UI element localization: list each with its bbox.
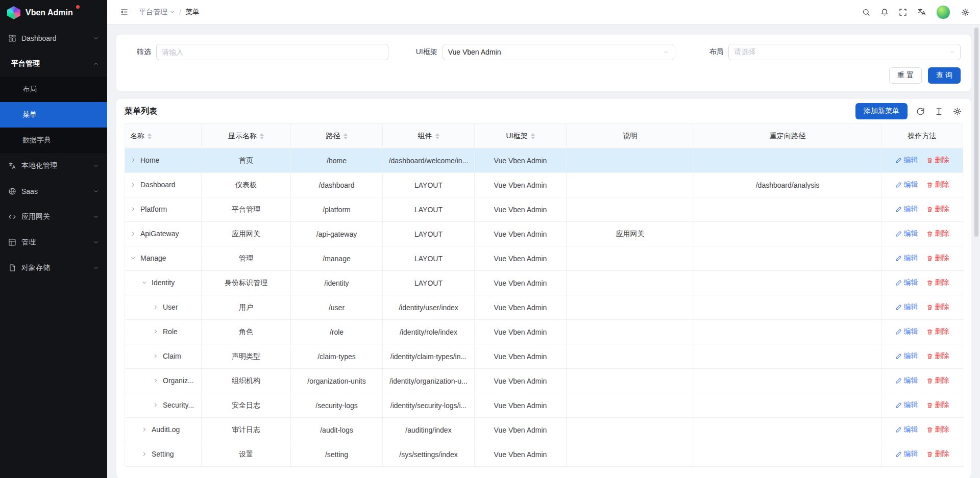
delete-button[interactable]: 删除 xyxy=(926,376,949,385)
expand-right-icon[interactable] xyxy=(153,353,159,359)
sort-icon[interactable] xyxy=(531,133,535,139)
delete-button[interactable]: 删除 xyxy=(926,254,949,263)
expand-down-icon[interactable] xyxy=(141,280,148,286)
row-height-icon[interactable] xyxy=(933,106,944,117)
edit-button[interactable]: 编辑 xyxy=(895,229,918,238)
edit-button[interactable]: 编辑 xyxy=(895,278,918,287)
expand-right-icon[interactable] xyxy=(153,329,159,335)
delete-button[interactable]: 删除 xyxy=(926,327,949,336)
expand-right-icon[interactable] xyxy=(130,231,136,237)
delete-button[interactable]: 删除 xyxy=(926,180,949,189)
edit-button[interactable]: 编辑 xyxy=(895,303,918,312)
sort-icon[interactable] xyxy=(260,133,264,139)
delete-button[interactable]: 删除 xyxy=(926,229,949,238)
sidebar-item-dashboard[interactable]: Dashboard xyxy=(0,26,107,51)
cell-component: LAYOUT xyxy=(383,271,475,295)
column-header[interactable]: 路径 xyxy=(291,124,383,148)
delete-button[interactable]: 删除 xyxy=(926,351,949,361)
sidebar-item-saas[interactable]: Saas xyxy=(0,179,107,204)
app-logo[interactable]: Vben Admin xyxy=(0,0,107,26)
breadcrumb-parent[interactable]: 平台管理 xyxy=(139,8,175,17)
expand-down-icon[interactable] xyxy=(130,255,136,261)
delete-button[interactable]: 删除 xyxy=(926,449,949,459)
add-menu-button[interactable]: 添加新菜单 xyxy=(855,103,908,119)
sidebar-item-storage[interactable]: 对象存储 xyxy=(0,255,107,281)
sidebar-item-manage[interactable]: 管理 xyxy=(0,230,107,255)
edit-button[interactable]: 编辑 xyxy=(895,351,918,361)
edit-button[interactable]: 编辑 xyxy=(895,425,918,434)
cell-redirect-path xyxy=(694,222,881,246)
delete-button[interactable]: 删除 xyxy=(926,205,949,214)
cell-ui-framework: Vue Vben Admin xyxy=(475,344,567,369)
refresh-icon[interactable] xyxy=(915,106,926,117)
sidebar-item-platform[interactable]: 平台管理 xyxy=(0,51,107,77)
expand-right-icon[interactable] xyxy=(153,304,159,310)
expand-right-icon[interactable] xyxy=(130,206,136,212)
delete-button[interactable]: 删除 xyxy=(926,156,949,165)
fullscreen-icon[interactable] xyxy=(895,5,911,20)
sidebar-item-localization[interactable]: 本地化管理 xyxy=(0,153,107,179)
sort-icon[interactable] xyxy=(148,133,152,139)
cell-display-name: 仪表板 xyxy=(202,173,291,197)
sidebar-collapse-icon[interactable] xyxy=(116,5,132,20)
delete-button[interactable]: 删除 xyxy=(926,400,949,410)
filter-keyword-input[interactable] xyxy=(156,44,388,60)
sidebar-item-gateway[interactable]: 应用网关 xyxy=(0,204,107,230)
filter-field-ui-framework: UI框架 Vue Vben Admin xyxy=(413,44,675,60)
sort-icon[interactable] xyxy=(344,133,348,139)
edit-button[interactable]: 编辑 xyxy=(895,205,918,214)
edit-button[interactable]: 编辑 xyxy=(895,254,918,263)
expand-right-icon[interactable] xyxy=(141,426,148,433)
user-avatar[interactable] xyxy=(936,5,950,19)
column-settings-icon[interactable] xyxy=(951,106,963,117)
edit-button[interactable]: 编辑 xyxy=(895,376,918,385)
language-icon[interactable] xyxy=(914,5,929,20)
cell-description xyxy=(567,442,694,467)
delete-icon xyxy=(926,378,933,384)
sidebar-item-layout[interactable]: 布局 xyxy=(0,77,107,102)
table-row: Manage 管理 /manage LAYOUT Vue Vben Admin … xyxy=(125,246,963,271)
filter-label: 筛选 xyxy=(127,47,151,57)
vertical-scrollbar[interactable] xyxy=(974,28,978,237)
ui-framework-select[interactable]: Vue Vben Admin xyxy=(443,44,675,60)
edit-button[interactable]: 编辑 xyxy=(895,156,918,165)
layout-select[interactable]: 请选择 xyxy=(728,44,961,60)
delete-button[interactable]: 删除 xyxy=(926,425,949,434)
delete-button[interactable]: 删除 xyxy=(926,303,949,312)
notification-bell-icon[interactable] xyxy=(877,5,892,20)
content-area: 筛选 UI框架 Vue Vben Admin 布局 xyxy=(107,24,980,478)
search-button[interactable]: 查 询 xyxy=(928,67,961,84)
expand-right-icon[interactable] xyxy=(130,157,136,163)
expand-right-icon[interactable] xyxy=(141,451,148,457)
cell-redirect-path xyxy=(694,295,881,320)
column-header[interactable]: UI框架 xyxy=(475,124,567,148)
delete-icon xyxy=(926,206,933,213)
edit-icon xyxy=(895,378,902,384)
column-header[interactable]: 显示名称 xyxy=(202,124,291,148)
edit-icon xyxy=(895,255,902,262)
cell-actions: 编辑 删除 xyxy=(881,418,963,442)
edit-button[interactable]: 编辑 xyxy=(895,449,918,459)
cell-ui-framework: Vue Vben Admin xyxy=(475,271,567,295)
sidebar-item-dictionary[interactable]: 数据字典 xyxy=(0,128,107,153)
topbar: 平台管理 / 菜单 xyxy=(107,0,980,24)
edit-button[interactable]: 编辑 xyxy=(895,400,918,410)
search-icon[interactable] xyxy=(859,5,874,20)
sort-icon[interactable] xyxy=(435,133,439,139)
settings-gear-icon[interactable] xyxy=(958,5,973,20)
reset-button[interactable]: 重 置 xyxy=(889,67,922,84)
expand-right-icon[interactable] xyxy=(130,182,136,188)
edit-button[interactable]: 编辑 xyxy=(895,180,918,189)
expand-right-icon[interactable] xyxy=(153,402,159,408)
cell-redirect-path xyxy=(694,246,881,271)
column-header[interactable]: 名称 xyxy=(125,124,202,148)
chevron-down-icon xyxy=(93,35,99,41)
column-header[interactable]: 组件 xyxy=(383,124,475,148)
chevron-down-icon xyxy=(663,49,669,55)
edit-icon xyxy=(895,231,902,237)
cell-display-name: 平台管理 xyxy=(202,197,291,222)
edit-button[interactable]: 编辑 xyxy=(895,327,918,336)
delete-button[interactable]: 删除 xyxy=(926,278,949,287)
sidebar-item-menu[interactable]: 菜单 xyxy=(0,102,107,128)
expand-right-icon[interactable] xyxy=(153,378,159,384)
